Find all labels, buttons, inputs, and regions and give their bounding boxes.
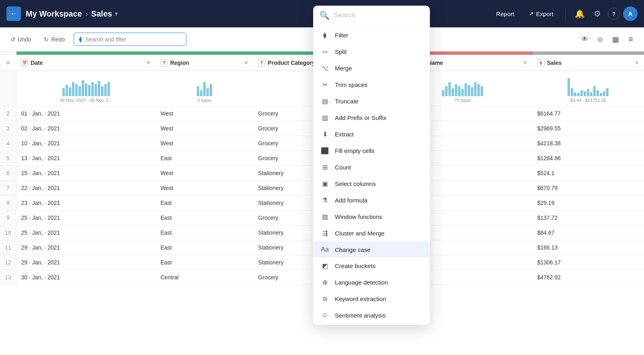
truncate-icon: ▤ (320, 97, 329, 105)
date-cell: 22 · Jan, · 2021 (16, 181, 156, 196)
region-cell: Central (156, 270, 254, 285)
region-sparkline: 3 types (156, 71, 254, 106)
language-detection-icon: ⊕ (320, 279, 329, 286)
region-cell: East (156, 211, 254, 225)
create-buckets-icon: ◩ (320, 262, 329, 270)
sentiment-analysis-icon: ☺ (320, 312, 329, 319)
redo-icon: ↻ (44, 36, 49, 43)
change-case-label: Change case (335, 246, 370, 253)
region-type-icon: T (161, 59, 168, 66)
menu-item-merge[interactable]: ⌥ Merge (313, 60, 430, 76)
product-header-label: Product Category (268, 60, 315, 66)
search-input[interactable] (334, 11, 423, 19)
date-cell: 30 · Jan, · 2021 (16, 270, 156, 285)
menu-item-filter[interactable]: ⧫ Filter (313, 27, 430, 43)
rownum-header: # (0, 55, 16, 71)
menu-item-trim[interactable]: ✂ Trim spaces (313, 76, 430, 93)
menu-item-prefix-suffix[interactable]: ▧ Add Prefix or Suffix (313, 109, 430, 126)
menu-item-keyword-extraction[interactable]: ⊜ Keyword extraction (313, 291, 430, 307)
report-button[interactable]: Report (491, 8, 520, 20)
menu-item-change-case[interactable]: Aa Change case (313, 241, 430, 258)
avatar[interactable]: A (623, 6, 638, 21)
region-summary-label: 3 types (197, 98, 211, 103)
sales-cell: $2969.55 (533, 121, 644, 136)
menu-item-sentiment-analysis[interactable]: ☺ Sentiment analysis (313, 307, 430, 323)
menu-item-extract[interactable]: ⬇ Extract (313, 126, 430, 142)
sales-cell: $1284.86 (533, 151, 644, 166)
date-cell: 01 · Jan, · 2021 (16, 106, 156, 121)
menu-item-count[interactable]: ⊞ Count (313, 159, 430, 175)
export-icon: ↗ (529, 10, 534, 17)
extract-label: Extract (335, 131, 354, 138)
region-column-header[interactable]: T Region ▼ (156, 55, 254, 71)
project-label[interactable]: Sales ▾ (91, 9, 117, 19)
menu-item-add-formula[interactable]: ⚗ Add formula (313, 192, 430, 208)
workspace-label: My Workspace (26, 9, 82, 19)
region-cell: West (156, 136, 254, 151)
menu-search-box[interactable]: 🔍 (313, 6, 430, 25)
sort-icon: ▼ (523, 60, 528, 66)
gear-icon[interactable]: ⚙ (590, 6, 605, 21)
date-cell: 10 · Jan, · 2021 (16, 136, 156, 151)
row-number: 6 (0, 166, 16, 181)
row-number: 12 (0, 255, 16, 270)
row-number: 4 (0, 136, 16, 151)
view-icon[interactable]: 👁 (578, 33, 592, 46)
filter-label: Filter (335, 32, 348, 39)
menu-item-create-buckets[interactable]: ◩ Create buckets (313, 258, 430, 274)
region-cell: East (156, 240, 254, 255)
window-functions-icon: ▨ (320, 213, 329, 221)
date-column-header[interactable]: 📅 Date ▼ (16, 55, 156, 71)
toolbar-right-icons: 👁 ◎ ▦ ≡ (578, 33, 638, 46)
merge-icon: ⌥ (320, 64, 329, 72)
menu-item-window-functions[interactable]: ▨ Window functions (313, 208, 430, 225)
undo-button[interactable]: ↺ Undo (6, 34, 35, 45)
row-number: 11 (0, 240, 16, 255)
language-detection-label: Language detection (335, 279, 388, 286)
sales-sparkline: $3.44 - $11751.55 (533, 71, 644, 106)
add-formula-label: Add formula (335, 197, 367, 204)
menu-item-select-columns[interactable]: ▣ Select columns (313, 175, 430, 192)
back-button[interactable]: ← (6, 6, 21, 21)
truncate-label: Truncate (335, 98, 359, 105)
undo-icon: ↺ (10, 36, 15, 43)
menu-list: ⧫ Filter ⇿ Split ⌥ Merge ✂ Trim spaces ▤… (313, 25, 430, 325)
window-functions-label: Window functions (335, 213, 382, 220)
date-cell: 13 · Jan, · 2021 (16, 151, 156, 166)
region-cell: West (156, 106, 254, 121)
target-icon[interactable]: ◎ (593, 33, 607, 46)
menu-item-language-detection[interactable]: ⊕ Language detection (313, 274, 430, 291)
chart-icon[interactable]: ▦ (609, 33, 622, 46)
row-number: 9 (0, 211, 16, 225)
select-columns-label: Select columns (335, 180, 376, 187)
menu-item-truncate[interactable]: ▤ Truncate (313, 93, 430, 109)
fill-empty-label: Fill empty cells (335, 147, 374, 154)
help-icon[interactable]: ? (608, 8, 620, 20)
sales-header-label: Sales (547, 60, 562, 66)
trim-icon: ✂ (320, 81, 329, 89)
trim-label: Trim spaces (335, 81, 367, 88)
menu-item-fill-empty[interactable]: ⬛ Fill empty cells (313, 142, 430, 159)
export-button[interactable]: ↗ Export (523, 8, 559, 20)
search-filter-bar[interactable]: ⧫ Search and filter (74, 33, 186, 46)
keyword-extraction-label: Keyword extraction (335, 295, 386, 302)
menu-item-cluster-merge[interactable]: ⇶ Cluster and Merge (313, 225, 430, 241)
redo-button[interactable]: ↻ Redo (40, 34, 68, 45)
bell-icon[interactable]: 🔔 (572, 6, 587, 21)
date-cell: 29 · Jan, · 2021 (16, 255, 156, 270)
region-cell: East (156, 151, 254, 166)
add-formula-icon: ⚗ (320, 196, 329, 204)
sort-icon: ▼ (244, 60, 248, 66)
cluster-merge-icon: ⇶ (320, 229, 329, 237)
date-cell: 29 · Jan, · 2021 (16, 240, 156, 255)
sales-column-header[interactable]: $ Sales ▼ (533, 55, 644, 71)
keyword-extraction-icon: ⊜ (320, 295, 329, 303)
date-type-icon: 📅 (21, 59, 28, 66)
change-case-icon: Aa (320, 246, 329, 253)
search-icon: 🔍 (320, 10, 330, 20)
region-header-label: Region (170, 60, 189, 66)
sales-cell: $4218.38 (533, 136, 644, 151)
menu-item-split[interactable]: ⇿ Split (313, 43, 430, 60)
header-actions: Report ↗ Export 🔔 ⚙ ? A (491, 6, 638, 21)
menu-icon[interactable]: ≡ (624, 33, 638, 46)
